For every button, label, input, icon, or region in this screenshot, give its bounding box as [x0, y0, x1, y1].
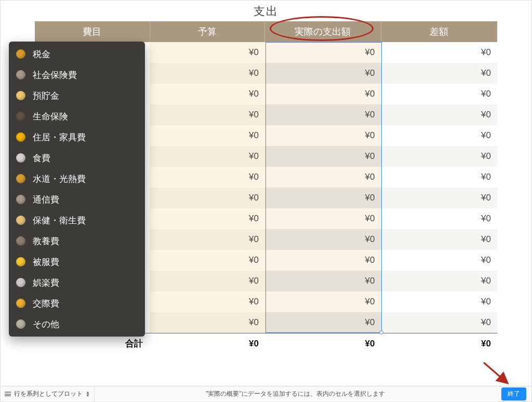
color-swatch — [16, 132, 25, 142]
totals-budget: ¥0 — [150, 333, 265, 354]
cell-value[interactable]: ¥0 — [265, 146, 381, 167]
cell-value[interactable]: ¥0 — [381, 229, 498, 250]
category-label: その他 — [33, 318, 59, 330]
cell-value[interactable]: ¥0 — [150, 187, 265, 208]
cell-value[interactable]: ¥0 — [150, 208, 265, 229]
category-item[interactable]: 交際費 — [9, 293, 145, 314]
list-icon — [5, 391, 11, 397]
cell-value[interactable]: ¥0 — [150, 312, 265, 333]
plot-series-dropdown[interactable]: 行を系列としてプロット ▲▼ — [1, 386, 95, 401]
cell-value[interactable]: ¥0 — [265, 167, 381, 187]
cell-value[interactable]: ¥0 — [265, 229, 381, 250]
cell-value[interactable]: ¥0 — [265, 84, 381, 104]
cell-value[interactable]: ¥0 — [150, 84, 265, 104]
color-swatch — [16, 319, 25, 329]
cell-value[interactable]: ¥0 — [265, 291, 381, 312]
cell-value[interactable]: ¥0 — [381, 42, 498, 63]
cell-value[interactable]: ¥0 — [381, 312, 498, 333]
category-label: 社会保険費 — [33, 69, 77, 81]
cell-value[interactable]: ¥0 — [150, 104, 265, 125]
bottom-toolbar: 行を系列としてプロット ▲▼ "実際の概要"にデータを追加するには、表内のセルを… — [1, 386, 531, 401]
cell-value[interactable]: ¥0 — [381, 291, 498, 312]
cell-value[interactable]: ¥0 — [381, 250, 498, 271]
category-item[interactable]: 通信費 — [9, 189, 145, 210]
cell-value[interactable]: ¥0 — [265, 250, 381, 271]
col-header-item[interactable]: 費目 — [35, 21, 150, 42]
category-label: 食費 — [33, 152, 50, 164]
cell-value[interactable]: ¥0 — [381, 208, 498, 229]
color-swatch — [16, 91, 25, 100]
table-header-row: 費目 予算 実際の支出額 差額 — [35, 21, 497, 42]
category-item[interactable]: 税金 — [9, 44, 145, 64]
color-swatch — [16, 70, 25, 79]
cell-value[interactable]: ¥0 — [265, 312, 381, 333]
category-label: 交際費 — [33, 298, 59, 310]
stepper-icon: ▲▼ — [86, 391, 90, 397]
color-swatch — [16, 174, 25, 183]
color-swatch — [16, 257, 25, 266]
category-label: 水道・光熱費 — [33, 173, 86, 185]
annotation-arrow — [483, 361, 510, 385]
totals-diff: ¥0 — [381, 333, 498, 354]
cell-value[interactable]: ¥0 — [150, 167, 265, 187]
category-item[interactable]: 娯楽費 — [9, 272, 145, 293]
cell-value[interactable]: ¥0 — [381, 271, 498, 291]
cell-value[interactable]: ¥0 — [150, 63, 265, 84]
col-header-budget[interactable]: 予算 — [150, 21, 265, 42]
cell-value[interactable]: ¥0 — [150, 42, 265, 63]
category-item[interactable]: 預貯金 — [9, 85, 145, 106]
cell-value[interactable]: ¥0 — [150, 291, 265, 312]
cell-value[interactable]: ¥0 — [381, 125, 498, 146]
category-item[interactable]: 生命保険 — [9, 106, 145, 127]
cell-value[interactable]: ¥0 — [265, 104, 381, 125]
cell-value[interactable]: ¥0 — [150, 229, 265, 250]
category-item[interactable]: 社会保険費 — [9, 64, 145, 85]
cell-value[interactable]: ¥0 — [265, 125, 381, 146]
color-swatch — [16, 216, 25, 225]
category-label: 被服費 — [33, 256, 59, 268]
cell-value[interactable]: ¥0 — [150, 271, 265, 291]
color-swatch — [16, 195, 25, 204]
cell-value[interactable]: ¥0 — [265, 187, 381, 208]
cell-value[interactable]: ¥0 — [150, 125, 265, 146]
col-header-diff[interactable]: 差額 — [381, 21, 498, 42]
category-item[interactable]: 水道・光熱費 — [9, 168, 145, 189]
cell-value[interactable]: ¥0 — [381, 63, 498, 84]
category-label: 税金 — [33, 48, 50, 60]
cell-value[interactable]: ¥0 — [381, 187, 498, 208]
color-swatch — [16, 299, 25, 308]
cell-value[interactable]: ¥0 — [381, 84, 498, 104]
cell-value[interactable]: ¥0 — [150, 146, 265, 167]
category-label: 保健・衛生費 — [33, 215, 86, 226]
category-item[interactable]: 食費 — [9, 148, 145, 168]
cell-value[interactable]: ¥0 — [265, 63, 381, 84]
category-item[interactable]: 住居・家具費 — [9, 127, 145, 148]
plot-series-label: 行を系列としてプロット — [14, 390, 83, 398]
category-label: 生命保険 — [33, 111, 68, 123]
totals-actual: ¥0 — [265, 333, 381, 354]
category-label: 通信費 — [33, 194, 59, 206]
color-swatch — [16, 49, 25, 59]
category-item[interactable]: 教養費 — [9, 231, 145, 251]
cell-value[interactable]: ¥0 — [265, 271, 381, 291]
category-item[interactable]: その他 — [9, 314, 145, 334]
category-label: 教養費 — [33, 235, 59, 247]
cell-value[interactable]: ¥0 — [381, 104, 498, 125]
category-label: 娯楽費 — [33, 277, 59, 289]
category-item[interactable]: 被服費 — [9, 251, 145, 272]
toolbar-hint: "実際の概要"にデータを追加するには、表内のセルを選択します — [95, 390, 496, 398]
color-swatch — [16, 153, 25, 163]
category-panel: 税金社会保険費預貯金生命保険住居・家具費食費水道・光熱費通信費保健・衛生費教養費… — [9, 42, 145, 337]
cell-value[interactable]: ¥0 — [265, 208, 381, 229]
category-label: 住居・家具費 — [33, 131, 86, 143]
cell-value[interactable]: ¥0 — [381, 167, 498, 187]
cell-value[interactable]: ¥0 — [381, 146, 498, 167]
color-swatch — [16, 236, 25, 246]
page-title: 支出 — [1, 1, 531, 21]
cell-value[interactable]: ¥0 — [265, 42, 381, 63]
cell-value[interactable]: ¥0 — [150, 250, 265, 271]
col-header-actual[interactable]: 実際の支出額 — [265, 21, 381, 42]
category-item[interactable]: 保健・衛生費 — [9, 210, 145, 231]
category-label: 預貯金 — [33, 90, 59, 102]
done-button[interactable]: 終了 — [501, 387, 526, 400]
